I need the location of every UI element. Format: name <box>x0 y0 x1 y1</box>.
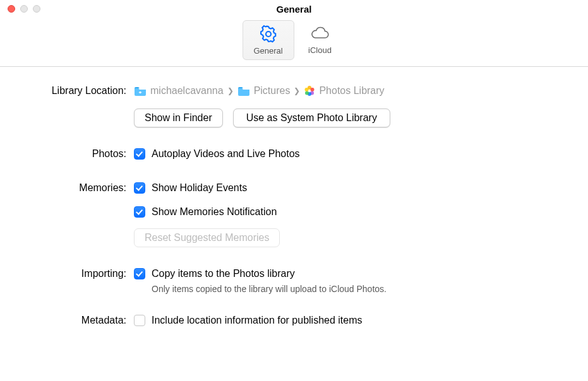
tab-icloud[interactable]: iCloud <box>294 20 346 59</box>
checkbox-holiday-events[interactable]: Show Holiday Events <box>134 180 567 196</box>
minimize-button[interactable] <box>20 5 28 13</box>
photos-app-icon <box>304 85 315 97</box>
checkbox-icon[interactable] <box>134 268 145 279</box>
path-seg-label: michaelcavanna <box>150 83 224 98</box>
home-folder-icon <box>134 86 147 96</box>
use-as-system-library-button[interactable]: Use as System Photo Library <box>233 108 390 127</box>
checkbox-label: Show Memories Notification <box>152 204 277 220</box>
row-library-location: Library Location: michaelcavanna ❯ <box>21 83 567 127</box>
reset-suggested-memories-button: Reset Suggested Memories <box>134 228 280 247</box>
label-importing: Importing: <box>21 266 134 281</box>
gear-icon <box>259 25 278 44</box>
chevron-right-icon: ❯ <box>294 83 300 98</box>
cloud-icon <box>309 24 332 43</box>
row-memories: Memories: Show Holiday Events Show Memor… <box>21 180 567 247</box>
label-library-location: Library Location: <box>21 83 134 98</box>
checkbox-autoplay[interactable]: Autoplay Videos and Live Photos <box>134 146 567 161</box>
row-importing: Importing: Copy items to the Photos libr… <box>21 266 567 294</box>
checkbox-icon[interactable] <box>134 315 145 326</box>
window-title: General <box>6 4 582 15</box>
toolbar: General iCloud <box>0 18 588 67</box>
checkbox-copy-items[interactable]: Copy items to the Photos library <box>134 266 567 281</box>
path-seg-label: Pictures <box>254 83 291 98</box>
titlebar: General <box>0 0 588 18</box>
checkbox-icon[interactable] <box>134 206 145 218</box>
svg-point-0 <box>266 32 271 37</box>
zoom-button[interactable] <box>33 5 40 13</box>
folder-icon <box>237 86 250 96</box>
checkbox-label: Autoplay Videos and Live Photos <box>152 146 300 161</box>
svg-point-2 <box>311 88 315 91</box>
show-in-finder-button[interactable]: Show in Finder <box>134 108 223 127</box>
path-seg-photoslib[interactable]: Photos Library <box>304 83 384 98</box>
checkbox-memories-notification[interactable]: Show Memories Notification <box>134 204 567 220</box>
label-photos: Photos: <box>21 146 134 161</box>
tab-label: General <box>253 46 282 56</box>
library-path[interactable]: michaelcavanna ❯ Pictures ❯ <box>134 83 567 98</box>
preferences-window: General General iCloud Library Loc <box>0 0 588 381</box>
checkbox-label: Include location information for publish… <box>152 313 363 328</box>
svg-point-6 <box>305 88 309 91</box>
window-controls <box>8 5 40 13</box>
chevron-right-icon: ❯ <box>227 83 234 98</box>
row-metadata: Metadata: Include location information f… <box>21 313 567 328</box>
label-metadata: Metadata: <box>21 313 134 328</box>
importing-note: Only items copied to the library will up… <box>134 284 567 294</box>
path-seg-label: Photos Library <box>319 83 384 98</box>
tab-general[interactable]: General <box>243 20 294 60</box>
row-photos: Photos: Autoplay Videos and Live Photos <box>21 146 567 161</box>
path-seg-pictures[interactable]: Pictures <box>237 83 291 98</box>
checkbox-include-location[interactable]: Include location information for publish… <box>134 313 567 328</box>
close-button[interactable] <box>8 5 15 13</box>
svg-point-5 <box>305 91 309 95</box>
label-memories: Memories: <box>21 180 134 196</box>
checkbox-label: Show Holiday Events <box>152 180 247 196</box>
checkbox-icon[interactable] <box>134 148 145 160</box>
checkbox-label: Copy items to the Photos library <box>152 266 295 281</box>
tab-label: iCloud <box>308 45 332 55</box>
path-seg-home[interactable]: michaelcavanna <box>134 83 224 98</box>
content-area: Library Location: michaelcavanna ❯ <box>0 67 588 333</box>
checkbox-icon[interactable] <box>134 182 145 194</box>
